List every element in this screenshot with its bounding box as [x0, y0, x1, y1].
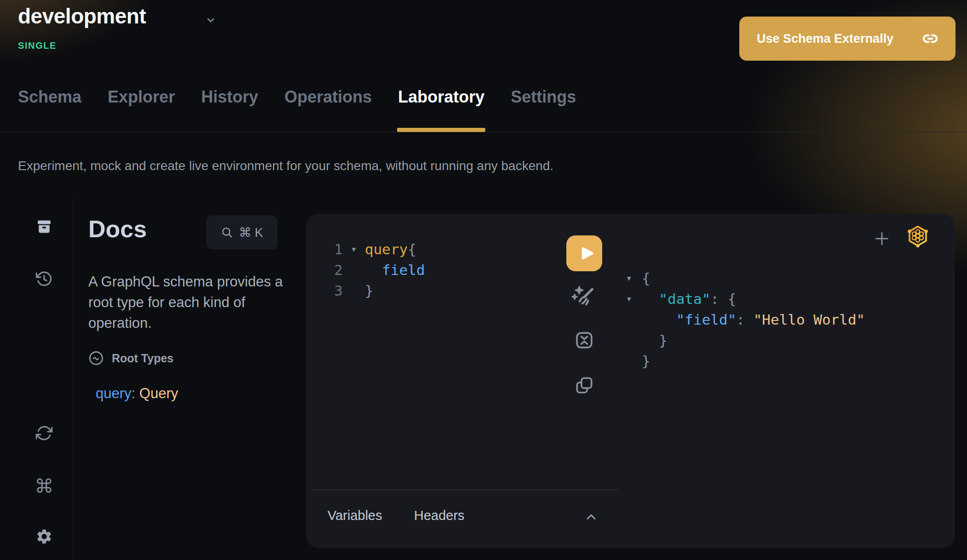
tab-explorer[interactable]: Explorer — [108, 87, 175, 132]
graphiql-panel: 1▾query{2 field3} ▾{▾ "data": { "field":… — [306, 214, 955, 548]
rail-divider — [73, 199, 73, 560]
tab-operations[interactable]: Operations — [284, 87, 372, 132]
fold-toggle-icon[interactable]: ▾ — [343, 239, 365, 260]
fold-toggle-icon[interactable]: ▾ — [627, 289, 642, 309]
laboratory-page: development SINGLE Use Schema Externally… — [0, 0, 967, 560]
docs-panel-title: Docs — [88, 215, 147, 243]
code-token: } — [365, 280, 374, 301]
response-line: "field": "Hello World" — [627, 309, 865, 330]
collapse-footer-chevron-icon[interactable] — [584, 510, 599, 525]
root-types-section: Root Types — [88, 350, 173, 366]
code-token: "Hello World" — [754, 309, 865, 330]
docs-archive-icon — [35, 218, 53, 235]
root-type-type-link[interactable]: Query — [139, 385, 178, 401]
code-token: "field" — [676, 309, 737, 330]
tab-settings[interactable]: Settings — [511, 87, 576, 132]
line-number: 1 — [326, 239, 343, 260]
query-editor[interactable]: 1▾query{2 field3} — [326, 239, 425, 301]
target-mode-badge: SINGLE — [18, 40, 57, 51]
project-switcher-chevron-icon[interactable] — [205, 15, 216, 26]
add-tab-button[interactable] — [873, 229, 891, 248]
headers-tab[interactable]: Headers — [414, 508, 465, 523]
docs-description: A GraphQL schema provides a root type fo… — [88, 271, 286, 333]
play-icon — [576, 244, 595, 263]
code-token: : — [710, 289, 727, 309]
docs-search-button[interactable]: ⌘ K — [207, 216, 277, 249]
command-icon — [35, 477, 53, 494]
reload-schema-button[interactable] — [33, 422, 55, 444]
execute-query-button[interactable] — [566, 235, 602, 271]
root-type-separator: : — [132, 385, 139, 401]
response-viewer: ▾{▾ "data": { "field": "Hello World" }} — [627, 268, 865, 371]
tilde-circle-icon — [88, 350, 104, 366]
code-token: { — [408, 239, 416, 260]
code-token: "data" — [659, 289, 710, 309]
line-number: 3 — [326, 280, 343, 301]
link-icon — [922, 31, 938, 46]
docs-panel-button[interactable] — [33, 216, 55, 238]
response-line: ▾ "data": { — [627, 289, 865, 309]
editor-line: 1▾query{ — [326, 239, 425, 260]
copy-icon — [574, 375, 595, 396]
prettify-query-button[interactable] — [571, 285, 596, 309]
history-clock-icon — [35, 270, 53, 288]
tab-laboratory[interactable]: Laboratory — [398, 87, 484, 132]
merge-fragments-button[interactable] — [574, 330, 595, 351]
tab-schema[interactable]: Schema — [18, 87, 81, 132]
response-line: } — [627, 330, 865, 351]
search-icon — [221, 226, 233, 239]
history-panel-button[interactable] — [33, 268, 55, 290]
root-types-label: Root Types — [112, 352, 173, 365]
search-shortcut-label: ⌘ K — [239, 225, 263, 240]
code-token: query — [365, 239, 408, 260]
code-token — [642, 289, 659, 309]
response-line: } — [627, 351, 865, 371]
keyboard-shortcuts-button[interactable] — [33, 474, 55, 497]
project-title: development — [18, 4, 146, 29]
fold-toggle-icon[interactable]: ▾ — [627, 268, 642, 289]
line-number: 2 — [326, 260, 343, 280]
editor-line: 3} — [326, 280, 425, 301]
tabbar-divider — [0, 132, 967, 132]
code-token: field — [365, 260, 425, 280]
root-type-name: query — [96, 385, 132, 401]
footer-divider — [310, 490, 618, 490]
gear-icon — [35, 528, 53, 545]
copy-query-button[interactable] — [574, 375, 595, 396]
editor-line: 2 field — [326, 260, 425, 280]
code-token: } — [642, 351, 650, 371]
hive-logo-icon — [906, 224, 930, 250]
code-token: } — [642, 330, 668, 351]
plus-icon — [873, 229, 891, 248]
root-type-query-link[interactable]: query: Query — [96, 385, 178, 402]
use-schema-externally-label: Use Schema Externally — [757, 32, 893, 46]
code-token: : — [736, 309, 753, 330]
merge-icon — [574, 330, 595, 351]
tab-history[interactable]: History — [201, 87, 258, 132]
prettify-broom-icon — [571, 285, 596, 309]
code-token: { — [642, 268, 650, 289]
response-line: ▾{ — [627, 268, 865, 289]
page-tabs: Schema Explorer History Operations Labor… — [18, 87, 576, 132]
page-subtitle: Experiment, mock and create live environ… — [18, 159, 553, 173]
code-token: { — [728, 289, 737, 309]
refresh-icon — [35, 424, 53, 442]
use-schema-externally-button[interactable]: Use Schema Externally — [739, 17, 955, 61]
variables-tab[interactable]: Variables — [328, 508, 382, 523]
code-token — [642, 309, 676, 330]
editor-settings-button[interactable] — [33, 526, 55, 548]
